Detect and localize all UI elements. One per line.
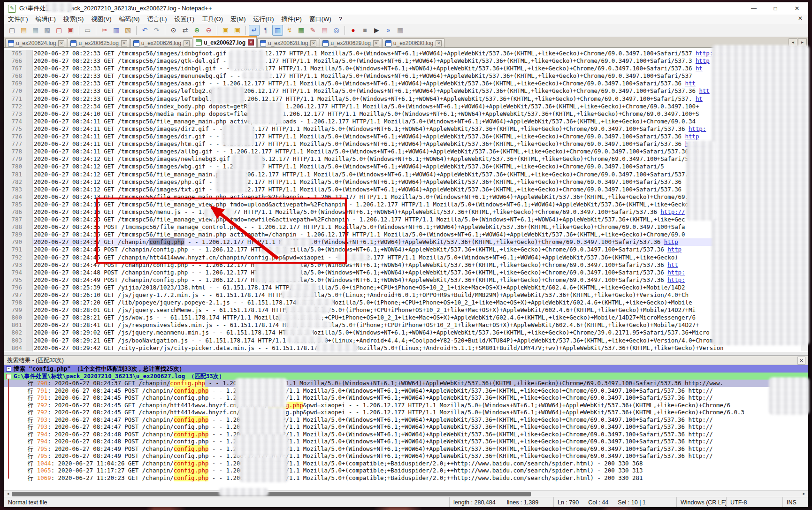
tab-close-icon[interactable]: ✕ (310, 40, 316, 46)
undo-icon[interactable]: ↶ (139, 25, 150, 36)
collapse-file-icon[interactable]: − (6, 374, 11, 379)
search-result-row[interactable]: 行 791: 2020-06-27 08:24:45 POST /chanpin… (4, 394, 808, 402)
row-prefix: 行 (28, 467, 37, 474)
line-text: 2020-06-27 08:27:20 GET /lib/popeye/jque… (33, 299, 808, 306)
result-pre-text: : 2020-06-27 08:24:48 POST /chanpin/ (47, 438, 174, 445)
redo-icon[interactable]: ↷ (151, 25, 162, 36)
tab-u_ex200624.log[interactable]: u_ex200624.log✕ (5, 38, 67, 47)
tab-close-icon[interactable]: ✕ (248, 39, 254, 46)
replace-icon[interactable]: ⇄ (180, 25, 191, 36)
line-text: 2020-06-27 08:24:49 POST /chanpin/config… (33, 276, 808, 284)
line-number: 769 (4, 80, 26, 87)
menu-item-7[interactable]: 工具(O) (198, 15, 227, 24)
search-file-row[interactable]: G:\事件处置\标软\pack_20207210_36213\u_ex20062… (4, 373, 808, 380)
line-text: 2020-06-27 08:24:37 GET /chanpin/config.… (33, 238, 808, 246)
tab-u_ex200630.log[interactable]: u_ex200630.log✕ (383, 38, 444, 47)
censor-blur (287, 336, 327, 343)
tab-u_ex200628.log[interactable]: u_ex200628.log✕ (257, 38, 319, 47)
search-result-row[interactable]: 行 1069: 2020-06-27 11:20:23 GET /chanpin… (4, 474, 808, 482)
menu-item-6[interactable]: 设置(T) (171, 15, 199, 24)
word-wrap-icon[interactable]: ↵ (249, 25, 260, 36)
menu-item-9[interactable]: 运行(R) (249, 15, 277, 24)
search-result-row[interactable]: 行 794: 2020-06-27 08:24:48 POST /chanpin… (4, 438, 808, 445)
menu-item-8[interactable]: 宏(M) (227, 15, 250, 24)
find-icon[interactable]: ⊙ (168, 25, 179, 36)
search-result-row[interactable]: 行 793: 2020-06-27 08:24:47 POST /chanpin… (4, 416, 808, 424)
close-doc-icon[interactable]: ▢ (54, 25, 64, 36)
search-result-row[interactable]: 行 794: 2020-06-27 08:24:48 POST /chanpin… (4, 431, 808, 438)
bookmark-margin (26, 57, 33, 65)
search-result-row[interactable]: 行 793: 2020-06-27 08:24:47 POST /chanpin… (4, 423, 808, 431)
menu-item-5[interactable]: 语言(L) (144, 15, 171, 24)
menu-item-1[interactable]: 编辑(E) (32, 15, 60, 24)
tab-close-icon[interactable]: ✕ (58, 40, 64, 46)
print-icon[interactable]: ▭ (82, 25, 93, 36)
tab-close-icon[interactable]: ✕ (436, 40, 442, 46)
title-bar[interactable]: ✎ G:\事件处置\标软\pack_20207210_36213\u_ex200… (4, 2, 808, 15)
maximize-button[interactable]: □ (765, 2, 786, 15)
zoom-in-icon[interactable]: ⊕ (192, 25, 202, 36)
new-file-icon[interactable]: ▢ (7, 25, 17, 36)
close-button[interactable]: ✕ (786, 2, 808, 15)
menu-item-3[interactable]: 视图(V) (87, 15, 115, 24)
menu-item-11[interactable]: 窗口(W) (306, 15, 335, 24)
search-result-row[interactable]: 行 1065: 2020-06-27 11:17:27 GET /chanpin… (4, 467, 808, 474)
copy-icon[interactable]: ▥ (111, 25, 122, 36)
tab-close-icon[interactable]: ✕ (184, 40, 190, 46)
tab-u_ex200625.log[interactable]: u_ex200625.log✕ (68, 38, 130, 47)
zoom-out-icon[interactable]: ⊖ (203, 25, 214, 36)
save-icon[interactable]: ▦ (30, 25, 41, 36)
tab-close-icon[interactable]: ✕ (121, 40, 127, 46)
doc-switcher-icon[interactable]: ↯ (284, 25, 295, 36)
show-symbols-icon[interactable]: ¶ (260, 25, 271, 36)
menu-item-12[interactable]: ? (335, 15, 346, 24)
doc-map-icon[interactable]: ▦ (296, 25, 306, 36)
status-insert-mode: INS (782, 497, 808, 507)
doc-list-icon[interactable]: ✎ (307, 25, 318, 36)
paste-icon[interactable]: ▧ (123, 25, 133, 36)
save-all-icon[interactable]: ▩ (42, 25, 53, 36)
search-panel-close-icon[interactable]: ✕ (797, 357, 805, 365)
macro-multi-run-icon[interactable]: » (383, 25, 394, 36)
menu-item-10[interactable]: 插件(P) (278, 15, 306, 24)
sync-vertical-icon[interactable]: ▣ (220, 25, 231, 36)
tab-close-icon[interactable]: ✕ (373, 40, 379, 46)
search-result-row[interactable]: 行 790: 2020-06-27 08:24:37 GET /chanpin/… (4, 380, 808, 387)
log-line: 7932020-06-27 08:24:47 POST /chanpin/con… (4, 261, 808, 269)
search-result-row[interactable]: 行 791: 2020-06-27 08:24:45 POST /chanpin… (4, 387, 808, 395)
line-number: 798 (4, 299, 26, 306)
tab-u_ex200629.log[interactable]: u_ex200629.log✕ (320, 38, 382, 47)
open-folder-icon[interactable]: ▤ (18, 25, 29, 36)
cut-icon[interactable]: ✂ (99, 25, 110, 36)
scrollbar-thumb[interactable] (12, 492, 531, 496)
close-all-icon[interactable]: ▣ (65, 25, 76, 36)
indent-guide-icon[interactable]: ▥ (272, 25, 283, 36)
panel-splitter[interactable] (4, 351, 808, 356)
menu-item-0[interactable]: 文件(F) (4, 15, 32, 24)
search-horizontal-scrollbar[interactable]: ◄ ► (4, 490, 808, 497)
macro-play-icon[interactable]: ▶ (371, 25, 382, 36)
menu-item-2[interactable]: 搜索(S) (60, 15, 87, 24)
search-result-row[interactable]: 行 795: 2020-06-27 08:24:49 POST /chanpin… (4, 452, 808, 460)
menu-close-icon[interactable]: ✕ (797, 15, 804, 22)
macro-stop-icon[interactable]: ■ (360, 25, 370, 36)
selected-text: config.php (149, 238, 184, 245)
search-result-row[interactable]: 行 792: 2020-06-27 08:24:45 GET /chanpin/… (4, 402, 808, 409)
tab-u_ex200626.log[interactable]: u_ex200626.log✕ (130, 38, 192, 47)
scroll-right-icon[interactable]: ► (801, 491, 807, 497)
tab-u_ex200627.log[interactable]: u_ex200627.log✕ (193, 36, 257, 47)
search-results-panel-title[interactable]: 搜索结果 - (匹配33次) (4, 356, 808, 365)
search-result-row[interactable]: 行 792: 2020-06-27 08:24:45 GET /chanpin/… (4, 409, 808, 416)
menu-item-4[interactable]: 编码(N) (115, 15, 144, 24)
search-result-row[interactable]: 行 795: 2020-06-27 08:24:49 POST /chanpin… (4, 445, 808, 453)
search-result-row[interactable]: 行 1044: 2020-06-27 11:04:26 GET /chanpin… (4, 460, 808, 467)
search-summary-row[interactable]: 搜索 "config.php" （1个文件中匹配到33次，总计查找25次） (4, 365, 808, 373)
minimize-button[interactable]: — (743, 2, 765, 15)
monitoring-icon[interactable]: ◎ (331, 25, 342, 36)
macro-save-icon[interactable]: ▦ (395, 25, 406, 36)
folder-workspace-icon[interactable]: ▤ (319, 25, 330, 36)
macro-record-icon[interactable]: ● (348, 25, 359, 36)
scroll-left-icon[interactable]: ◄ (5, 491, 11, 497)
sync-horizontal-icon[interactable]: ▣ (232, 25, 243, 36)
collapse-search-icon[interactable]: − (6, 366, 11, 372)
